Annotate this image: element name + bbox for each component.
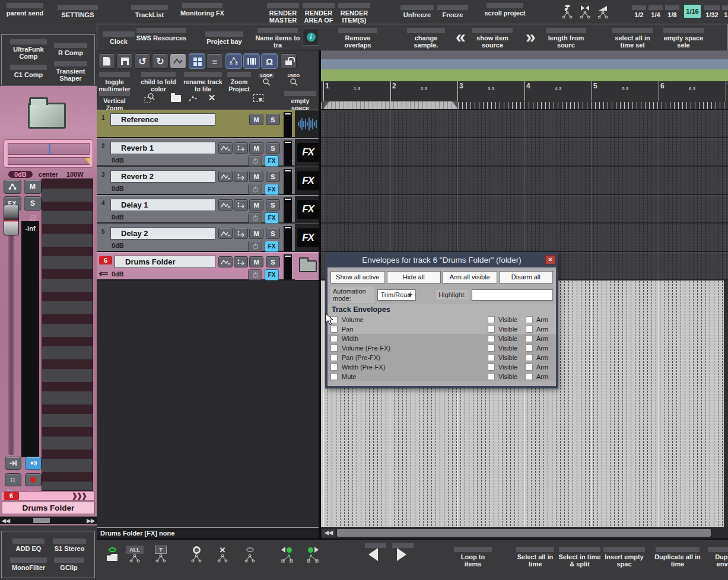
mixer-scrollbar[interactable]: ◀◀ ▶▶: [0, 517, 97, 524]
envelope-mode-icon[interactable]: [170, 53, 186, 69]
track-row-reverb2[interactable]: 3 Reverb 2 M S 0dB FX FX: [97, 167, 321, 195]
track-name-box[interactable]: Drums Folder: [115, 256, 215, 268]
remove-overlaps-button[interactable]: Remove overlaps: [336, 28, 380, 49]
track-name-box[interactable]: Delay 1: [110, 199, 215, 211]
volume-readout[interactable]: 0dB: [112, 185, 124, 192]
visible-checkbox[interactable]: [488, 373, 495, 380]
solo-button[interactable]: S: [266, 256, 280, 267]
next-take-icon[interactable]: »: [526, 26, 536, 47]
tracklist-button[interactable]: TrackList: [129, 5, 170, 18]
loop-to-items-button[interactable]: Loop to items: [452, 547, 494, 568]
arm-checkbox[interactable]: [526, 364, 533, 371]
render-items-button[interactable]: RENDER ITEM(S): [336, 3, 373, 24]
grid-1-32-button[interactable]: 1/32: [704, 5, 720, 18]
power-button[interactable]: [248, 241, 262, 252]
hide-envelopes-icon[interactable]: [237, 546, 263, 566]
pan-envelope-icon[interactable]: [576, 4, 594, 20]
vertical-zoom-button[interactable]: Vertical Zoom: [97, 91, 132, 111]
metronome-icon[interactable]: Ω: [261, 53, 278, 69]
clock-button[interactable]: Clock: [100, 31, 137, 45]
show-item-source-button[interactable]: show item source: [470, 28, 515, 49]
show-all-envelopes-icon[interactable]: ALL: [122, 546, 148, 566]
scroll-project-button[interactable]: scroll project: [484, 3, 526, 17]
track-name-box[interactable]: Reverb 2: [110, 170, 215, 183]
volume-slider-handle[interactable]: [49, 144, 50, 154]
power-button[interactable]: [248, 184, 262, 195]
fx-button[interactable]: FX: [265, 184, 279, 195]
undo-zoom-icon[interactable]: UNDO: [282, 71, 306, 88]
new-project-icon[interactable]: [98, 53, 115, 69]
toggle-multimeter-button[interactable]: toggle multimeter: [97, 72, 132, 93]
hscroll-left-icon[interactable]: ◀◀: [322, 529, 335, 537]
overview-band[interactable]: [321, 69, 728, 81]
mute-button[interactable]: M: [249, 171, 263, 182]
undo-icon[interactable]: ↺: [134, 53, 151, 69]
grid-1-2-button[interactable]: 1/2: [631, 5, 647, 18]
envelope-checkbox[interactable]: [330, 354, 338, 361]
fx-button[interactable]: FX: [265, 155, 279, 167]
empty-space-button[interactable]: empty space: [282, 91, 319, 111]
mute-button[interactable]: M: [249, 142, 263, 154]
fx-cell[interactable]: FX: [295, 167, 321, 195]
visible-checkbox[interactable]: [488, 345, 495, 352]
zoom-selection-icon[interactable]: [141, 90, 158, 107]
route-button[interactable]: [234, 142, 248, 154]
volume-readout[interactable]: 0dB: [112, 157, 124, 164]
grid-1-1-button[interactable]: 1/1: [721, 5, 728, 18]
trim-envelopes-icon[interactable]: T: [148, 546, 174, 566]
track-row-reverb1[interactable]: 2 Reverb 1 M S 0dB FX FX: [97, 138, 321, 167]
freeze-button[interactable]: Freeze: [435, 5, 471, 18]
record-arm-button[interactable]: [25, 473, 42, 486]
fx-button[interactable]: FX: [265, 241, 279, 252]
auto-crossfade-icon[interactable]: [225, 53, 242, 69]
previous-envelope-point-icon[interactable]: [274, 546, 300, 566]
fx-slot-s1stereo[interactable]: S1 Stereo: [50, 538, 88, 552]
disarm-all-button[interactable]: Disarm all: [499, 271, 554, 283]
region-icon[interactable]: [250, 91, 266, 105]
dialog-titlebar[interactable]: Envelopes for track 6 "Drums Folder" (fo…: [325, 252, 558, 267]
arm-checkbox[interactable]: [526, 354, 533, 361]
arm-checkbox[interactable]: [526, 316, 533, 323]
envelope-checkbox[interactable]: [330, 345, 338, 352]
waveform-cell[interactable]: [295, 110, 321, 138]
scroll-left-icon[interactable]: ◀◀: [0, 518, 12, 524]
folder-cell[interactable]: [295, 253, 321, 280]
grid-1-8-button[interactable]: 1/8: [665, 5, 680, 18]
duplicate-all-in-time-button[interactable]: Duplicate all in time: [653, 547, 702, 568]
zoom-project-button[interactable]: Zoom Project: [225, 72, 253, 93]
save-project-icon[interactable]: [116, 53, 133, 69]
timeline-ruler[interactable]: 1 2 3 4 5 6 7 1.3 2.3 3.3 4.3 5.3 6.3: [321, 81, 728, 110]
arm-checkbox[interactable]: [526, 373, 533, 380]
power-button[interactable]: [248, 269, 262, 281]
solo-button[interactable]: S: [24, 196, 42, 211]
fx-cell[interactable]: FX: [295, 196, 321, 223]
project-bay-button[interactable]: Project bay: [203, 31, 246, 45]
volume-readout[interactable]: 0dB: [112, 213, 124, 221]
sws-resources-button[interactable]: SWS Resources: [134, 28, 189, 42]
route-button[interactable]: [234, 256, 248, 267]
mute-button[interactable]: M: [249, 114, 263, 125]
render-area-button[interactable]: RENDER AREA OF: [300, 3, 337, 24]
visible-checkbox[interactable]: [488, 316, 495, 323]
mixer-track-name[interactable]: Drums Folder: [2, 502, 95, 514]
grid-1-16-button-active[interactable]: 1/16: [684, 4, 701, 18]
track-row-delay1[interactable]: 4 Delay 1 M S 0dB FX FX: [97, 195, 321, 224]
render-master-button[interactable]: RENDER MASTER: [265, 3, 301, 24]
fx-button[interactable]: FX: [265, 269, 279, 281]
visible-checkbox[interactable]: [488, 354, 495, 361]
mute-button[interactable]: M: [249, 199, 263, 211]
solo-button[interactable]: S: [266, 114, 280, 125]
track-row-delay2[interactable]: 5 Delay 2 M S 0dB FX FX: [97, 224, 321, 252]
nudge-left-button[interactable]: [368, 548, 378, 561]
length-from-source-button[interactable]: length from sourc: [543, 28, 589, 49]
show-all-active-button[interactable]: Show all active: [330, 271, 385, 283]
fader-handle[interactable]: [4, 205, 19, 235]
select-all-in-time-button[interactable]: select all in time sel: [610, 28, 655, 49]
unfreeze-button[interactable]: Unfreeze: [398, 5, 436, 18]
insert-empty-space-button[interactable]: Insert empty spac: [601, 547, 647, 568]
visible-checkbox[interactable]: [488, 326, 495, 333]
loop-selection[interactable]: [323, 101, 458, 109]
folder-icon[interactable]: [168, 92, 183, 105]
volume-readout[interactable]: 0dB: [112, 270, 124, 278]
highlight-input[interactable]: [472, 289, 553, 301]
